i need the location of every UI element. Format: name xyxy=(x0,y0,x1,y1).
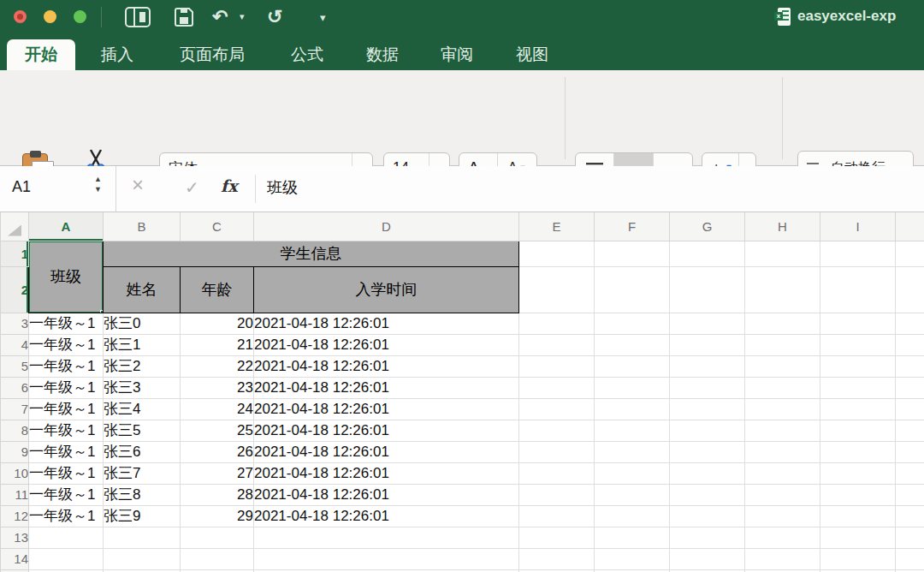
cancel-icon[interactable]: × xyxy=(132,173,144,197)
tab-formulas[interactable]: 公式 xyxy=(275,39,339,70)
cell-E5[interactable] xyxy=(519,355,595,377)
cell-B10[interactable]: 张三7 xyxy=(104,462,181,484)
cell-I5[interactable] xyxy=(820,355,896,377)
cell-G7[interactable] xyxy=(670,398,745,420)
cell-H1[interactable] xyxy=(745,241,820,266)
cell-A10[interactable]: 一年级～1 xyxy=(29,462,104,484)
cell-C3[interactable]: 20 xyxy=(181,313,254,334)
cell-F13[interactable] xyxy=(595,527,670,548)
column-header-E[interactable]: E xyxy=(519,212,595,241)
row-header-5[interactable]: 5 xyxy=(1,355,29,377)
row-header-8[interactable]: 8 xyxy=(1,420,29,441)
cell-I3[interactable] xyxy=(820,313,896,334)
cell-D5[interactable]: 2021-04-18 12:26:01 xyxy=(254,355,519,377)
row-header-9[interactable]: 9 xyxy=(1,441,29,462)
cell-F2[interactable] xyxy=(595,266,670,313)
select-all-button[interactable] xyxy=(1,212,29,241)
cell-F1[interactable] xyxy=(595,241,670,266)
cell-F6[interactable] xyxy=(595,377,670,398)
cell-B2[interactable]: 姓名 xyxy=(104,266,181,313)
cell-G8[interactable] xyxy=(670,420,745,441)
cell-F8[interactable] xyxy=(595,420,670,441)
cell-A11[interactable]: 一年级～1 xyxy=(29,484,104,505)
cell-F11[interactable] xyxy=(595,484,670,505)
cell-J8[interactable] xyxy=(896,420,924,441)
cell-H11[interactable] xyxy=(745,484,820,505)
cell-C11[interactable]: 28 xyxy=(181,484,254,505)
cell-C4[interactable]: 21 xyxy=(181,334,254,355)
cell-E1[interactable] xyxy=(519,241,595,266)
cell-A12[interactable]: 一年级～1 xyxy=(29,505,104,527)
row-header-11[interactable]: 11 xyxy=(1,484,29,505)
cell-F12[interactable] xyxy=(595,505,670,527)
cell-C13[interactable] xyxy=(181,527,254,548)
cell-B13[interactable] xyxy=(104,527,181,548)
cell-I10[interactable] xyxy=(820,462,896,484)
column-header-B[interactable]: B xyxy=(104,212,181,241)
row-header-10[interactable]: 10 xyxy=(1,462,29,484)
cell-D14[interactable] xyxy=(254,548,519,569)
cell-I6[interactable] xyxy=(820,377,896,398)
column-header-A[interactable]: A xyxy=(29,212,104,241)
cell-A13[interactable] xyxy=(29,527,104,548)
cell-E13[interactable] xyxy=(519,527,595,548)
column-header-H[interactable]: H xyxy=(745,212,820,241)
cell-F3[interactable] xyxy=(595,313,670,334)
cell-J7[interactable] xyxy=(896,398,924,420)
cell-F4[interactable] xyxy=(595,334,670,355)
cell-H6[interactable] xyxy=(745,377,820,398)
column-header-partial[interactable] xyxy=(896,212,924,241)
cell-H5[interactable] xyxy=(745,355,820,377)
cell-E14[interactable] xyxy=(519,548,595,569)
cell-G9[interactable] xyxy=(670,441,745,462)
cell-B12[interactable]: 张三9 xyxy=(104,505,181,527)
cell-H7[interactable] xyxy=(745,398,820,420)
cell-I7[interactable] xyxy=(820,398,896,420)
cell-H10[interactable] xyxy=(745,462,820,484)
formula-input[interactable]: 班级 xyxy=(267,177,298,198)
cell-H8[interactable] xyxy=(745,420,820,441)
cell-B4[interactable]: 张三1 xyxy=(104,334,181,355)
cell-B14[interactable] xyxy=(104,548,181,569)
save-icon[interactable] xyxy=(174,7,194,27)
cell-J1[interactable] xyxy=(896,241,924,266)
cell-E6[interactable] xyxy=(519,377,595,398)
minimize-button[interactable] xyxy=(44,10,56,23)
cell-J11[interactable] xyxy=(896,484,924,505)
tab-review[interactable]: 审阅 xyxy=(425,39,489,70)
cell-C12[interactable]: 29 xyxy=(181,505,254,527)
cell-D13[interactable] xyxy=(254,527,519,548)
cell-H14[interactable] xyxy=(745,548,820,569)
cell-D4[interactable]: 2021-04-18 12:26:01 xyxy=(254,334,519,355)
name-box-stepper[interactable]: ▲ ▼ xyxy=(94,175,102,194)
cell-G3[interactable] xyxy=(670,313,745,334)
cell-D12[interactable]: 2021-04-18 12:26:01 xyxy=(254,505,519,527)
cell-J4[interactable] xyxy=(896,334,924,355)
cell-J12[interactable] xyxy=(896,505,924,527)
cell-B11[interactable]: 张三8 xyxy=(104,484,181,505)
cell-A3[interactable]: 一年级～1 xyxy=(29,313,104,334)
cell-D2[interactable]: 入学时间 xyxy=(254,266,519,313)
row-header-13[interactable]: 13 xyxy=(1,527,29,548)
cell-B3[interactable]: 张三0 xyxy=(104,313,181,334)
column-header-I[interactable]: I xyxy=(820,212,896,241)
cell-C2[interactable]: 年龄 xyxy=(181,266,254,313)
cell-I12[interactable] xyxy=(820,505,896,527)
cell-C14[interactable] xyxy=(181,548,254,569)
cell-D8[interactable]: 2021-04-18 12:26:01 xyxy=(254,420,519,441)
cell-D9[interactable]: 2021-04-18 12:26:01 xyxy=(254,441,519,462)
cell-H13[interactable] xyxy=(745,527,820,548)
cell-H3[interactable] xyxy=(745,313,820,334)
cell-C7[interactable]: 24 xyxy=(181,398,254,420)
cell-C5[interactable]: 22 xyxy=(181,355,254,377)
row-header-1[interactable]: 1 xyxy=(1,241,29,266)
cell-B9[interactable]: 张三6 xyxy=(104,441,181,462)
cell-G5[interactable] xyxy=(670,355,745,377)
cell-E4[interactable] xyxy=(519,334,595,355)
row-header-12[interactable]: 12 xyxy=(1,505,29,527)
cell-C6[interactable]: 23 xyxy=(181,377,254,398)
cell-G1[interactable] xyxy=(670,241,745,266)
insert-function-icon[interactable]: fx xyxy=(221,176,238,195)
redo-icon[interactable]: ↺ xyxy=(267,5,282,29)
column-header-F[interactable]: F xyxy=(595,212,670,241)
